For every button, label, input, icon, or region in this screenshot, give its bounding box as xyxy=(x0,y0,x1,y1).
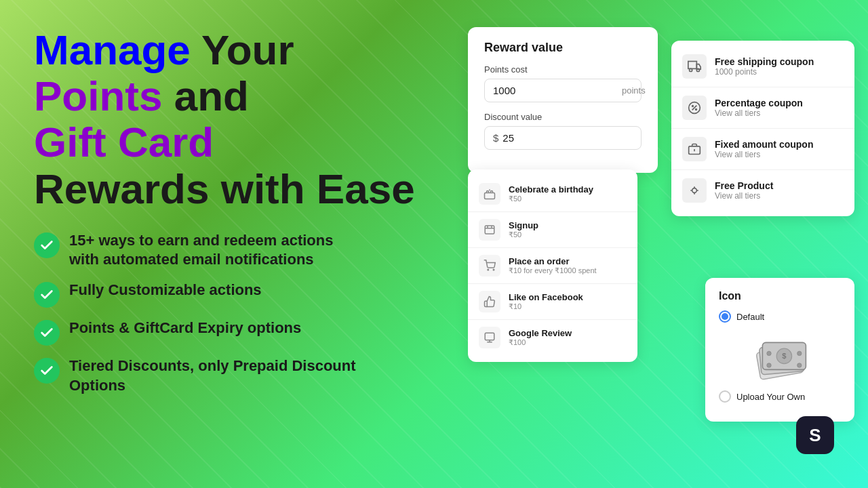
birthday-subtitle: ₹50 xyxy=(509,195,593,203)
reward-type-free-product[interactable]: Free Product View all tiers xyxy=(671,170,854,211)
headline-points: Points xyxy=(34,73,162,119)
radio-default-label: Default xyxy=(736,312,764,322)
action-item-birthday[interactable]: Celebrate a birthday ₹50 xyxy=(468,176,637,212)
main-layout: Manage Your Points and Gift Card Rewards… xyxy=(0,0,868,488)
action-item-order[interactable]: Place an order ₹10 for every ₹1000 spent xyxy=(468,248,637,284)
review-text: Google Review ₹100 xyxy=(509,328,572,347)
svg-point-16 xyxy=(692,106,694,107)
birthday-text: Celebrate a birthday ₹50 xyxy=(509,184,593,203)
free-product-subtitle: View all tiers xyxy=(715,191,773,201)
left-section: Manage Your Points and Gift Card Rewards… xyxy=(34,27,468,468)
svg-rect-0 xyxy=(485,193,495,199)
reward-value-card: Reward value Points cost points Discount… xyxy=(468,27,658,173)
check-icon-1 xyxy=(34,232,60,258)
icon-card: Icon Default $ xyxy=(705,278,854,422)
percentage-icon xyxy=(682,96,707,120)
icon-card-title: Icon xyxy=(719,290,841,302)
dollar-prefix: $ xyxy=(493,132,498,144)
reward-type-percentage[interactable]: Percentage coupon View all tiers xyxy=(671,87,854,129)
svg-point-7 xyxy=(493,269,494,270)
fixed-title: Fixed amount coupon xyxy=(715,139,813,150)
shipping-icon xyxy=(682,54,707,79)
percentage-title: Percentage coupon xyxy=(715,98,803,108)
reward-card-title: Reward value xyxy=(484,41,642,55)
radio-default[interactable]: Default xyxy=(719,310,841,323)
svg-point-20 xyxy=(692,188,697,193)
points-input[interactable] xyxy=(493,85,622,96)
check-icon-2 xyxy=(34,282,60,308)
actions-card: Celebrate a birthday ₹50 Signup ₹50 xyxy=(468,169,637,362)
right-section: Reward value Points cost points Discount… xyxy=(481,27,848,468)
headline-gift-card: Gift Card xyxy=(34,119,214,165)
svg-point-28 xyxy=(767,363,771,367)
svg-point-26 xyxy=(767,351,771,355)
svg-text:$: $ xyxy=(782,352,787,360)
facebook-subtitle: ₹10 xyxy=(509,302,583,311)
action-item-facebook[interactable]: Like on Facebook ₹10 xyxy=(468,284,637,320)
reward-type-fixed[interactable]: Fixed amount coupon View all tiers xyxy=(671,129,854,170)
action-item-review[interactable]: Google Review ₹100 xyxy=(468,320,637,355)
points-input-field: points xyxy=(484,79,642,102)
icon-preview: $ xyxy=(719,329,841,390)
feature-item-1: 15+ ways to earn and redeem actionswith … xyxy=(34,231,468,270)
birthday-icon xyxy=(479,183,500,205)
shipping-title: Free shipping coupon xyxy=(715,56,814,67)
percentage-text: Percentage coupon View all tiers xyxy=(715,98,803,118)
percentage-subtitle: View all tiers xyxy=(715,108,803,118)
free-product-title: Free Product xyxy=(715,180,773,191)
logo-letter: S xyxy=(809,425,821,446)
radio-default-circle[interactable] xyxy=(719,310,731,323)
svg-rect-11 xyxy=(688,62,697,69)
fixed-subtitle: View all tiers xyxy=(715,150,813,159)
feature-text-4: Tiered Discounts, only Prepaid DiscountO… xyxy=(69,357,356,395)
feature-text-3: Points & GiftCard Expiry options xyxy=(69,319,301,338)
check-icon-3 xyxy=(34,320,60,346)
svg-rect-8 xyxy=(485,333,494,340)
discount-input[interactable] xyxy=(502,132,633,144)
signup-subtitle: ₹50 xyxy=(509,230,538,239)
shipping-subtitle: 1000 points xyxy=(715,67,814,77)
review-icon xyxy=(479,327,500,348)
signup-title: Signup xyxy=(509,220,538,230)
action-item-signup[interactable]: Signup ₹50 xyxy=(468,212,637,248)
feature-item-3: Points & GiftCard Expiry options xyxy=(34,319,468,346)
order-subtitle: ₹10 for every ₹1000 spent xyxy=(509,266,597,275)
facebook-text: Like on Facebook ₹10 xyxy=(509,292,583,311)
order-title: Place an order xyxy=(509,256,597,266)
logo-badge: S xyxy=(796,416,834,454)
feature-item-2: Fully Customizable actions xyxy=(34,281,468,308)
headline-your: Your xyxy=(191,26,294,73)
headline: Manage Your Points and Gift Card Rewards… xyxy=(34,27,468,212)
headline-and: and xyxy=(162,73,248,119)
points-cost-label: Points cost xyxy=(484,64,642,75)
order-icon xyxy=(479,255,500,277)
radio-upload-label: Upload Your Own xyxy=(736,392,805,402)
svg-rect-2 xyxy=(485,226,494,234)
headline-manage: Manage xyxy=(34,26,191,73)
feature-text-1: 15+ ways to earn and redeem actionswith … xyxy=(69,231,333,270)
reward-type-shipping[interactable]: Free shipping coupon 1000 points xyxy=(671,46,854,87)
feature-text-2: Fully Customizable actions xyxy=(69,281,262,300)
headline-rewards: Rewards with Ease xyxy=(34,165,415,212)
fixed-icon xyxy=(682,137,707,161)
check-icon-4 xyxy=(34,358,60,384)
review-title: Google Review xyxy=(509,328,572,338)
svg-point-17 xyxy=(696,109,697,110)
fixed-text: Fixed amount coupon View all tiers xyxy=(715,139,813,159)
shipping-text: Free shipping coupon 1000 points xyxy=(715,56,814,77)
radio-upload-circle[interactable] xyxy=(719,390,731,403)
svg-point-12 xyxy=(690,68,692,71)
svg-point-27 xyxy=(797,351,802,355)
features-list: 15+ ways to earn and redeem actionswith … xyxy=(34,231,468,395)
free-product-text: Free Product View all tiers xyxy=(715,180,773,201)
svg-point-6 xyxy=(488,269,489,270)
discount-input-field: $ xyxy=(484,126,642,150)
facebook-icon xyxy=(479,291,500,312)
radio-upload[interactable]: Upload Your Own xyxy=(719,390,841,403)
svg-point-29 xyxy=(797,363,802,367)
order-text: Place an order ₹10 for every ₹1000 spent xyxy=(509,256,597,275)
discount-label: Discount value xyxy=(484,112,642,122)
reward-types-card: Free shipping coupon 1000 points Percent… xyxy=(671,41,854,216)
signup-icon xyxy=(479,219,500,241)
facebook-title: Like on Facebook xyxy=(509,292,583,302)
